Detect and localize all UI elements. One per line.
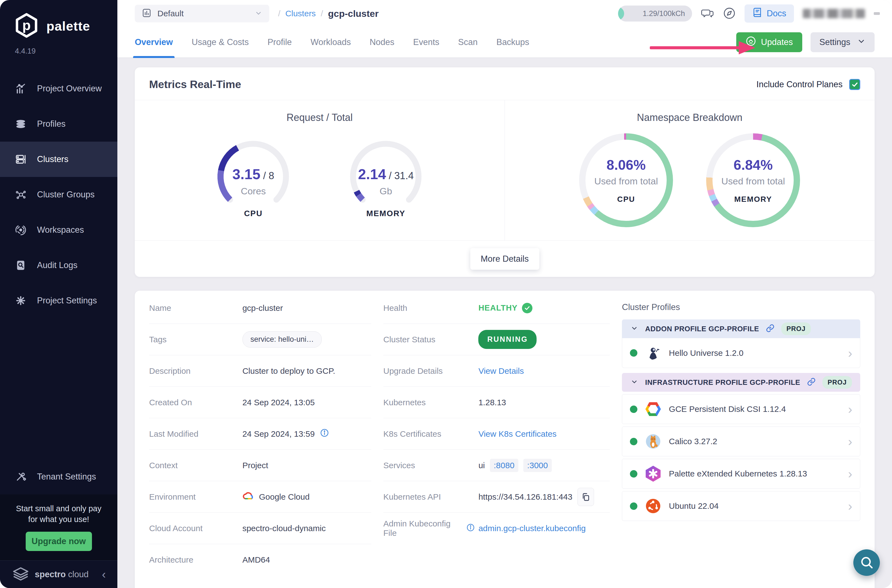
detail-row-kubernetes-api: Kubernetes API https://34.54.126.181:443 [383, 481, 610, 513]
gce-pd-icon [645, 401, 661, 417]
copy-button[interactable] [577, 488, 594, 506]
collapse-sidebar-icon[interactable]: ‹ [102, 568, 106, 580]
cluster-profiles-title: Cluster Profiles [622, 302, 860, 312]
sidebar-item-profiles[interactable]: Profiles [0, 106, 117, 142]
svg-text:p: p [23, 18, 31, 33]
footer-brand: spectro cloud [35, 570, 89, 579]
metrics-card: Metrics Real-Time Include Control Planes… [135, 68, 875, 277]
sidebar-item-project-overview[interactable]: Project Overview [0, 71, 117, 106]
detail-row-tags: Tags service: hello-uni… [149, 324, 371, 355]
tab-bar: Overview Usage & Costs Profile Workloads… [117, 27, 892, 58]
google-cloud-icon [242, 491, 254, 503]
tag-pill: service: hello-uni… [242, 331, 322, 348]
sidebar-item-workspaces[interactable]: Workspaces [0, 212, 117, 248]
tab-profile[interactable]: Profile [267, 27, 292, 57]
profile-item-ubuntu[interactable]: Ubuntu 22.04 › [622, 491, 860, 521]
breadcrumb: / Clusters / gcp-cluster [278, 8, 378, 19]
detail-row-context: Context Project [149, 450, 371, 481]
sidebar-item-project-settings[interactable]: Project Settings [0, 283, 117, 318]
detail-row-name: Name gcp-cluster [149, 292, 371, 324]
view-details-link[interactable]: View Details [478, 366, 524, 376]
detail-row-health: Health HEALTHY [383, 292, 610, 324]
project-selector[interactable]: Default [135, 5, 269, 22]
include-control-planes-label: Include Control Planes [757, 80, 842, 90]
request-total-title: Request / Total [135, 112, 505, 123]
addon-profile-header[interactable]: ADDON PROFILE GCP-PROFILE PROJ [622, 320, 860, 338]
infrastructure-profile-group: INFRASTRUCTURE PROFILE GCP-PROFILE PROJ … [622, 373, 860, 521]
tab-nodes[interactable]: Nodes [369, 27, 394, 57]
metrics-title: Metrics Real-Time [149, 78, 241, 90]
tab-scan[interactable]: Scan [458, 27, 478, 57]
namespace-memory-donut: 6.84% Used from total MEMORY [706, 134, 800, 227]
status-dot [630, 349, 637, 357]
app-version: 4.4.19 [15, 47, 117, 56]
info-icon[interactable] [320, 428, 329, 440]
sidebar-item-cluster-groups[interactable]: Cluster Groups [0, 177, 117, 212]
include-control-planes-checkbox[interactable] [849, 79, 860, 90]
detail-row-environment: Environment Google Cloud [149, 481, 371, 513]
chevron-right-icon: › [848, 500, 852, 512]
search-fab[interactable] [853, 549, 880, 576]
memory-gauge: 2.14 / 31.4 Gb MEMORY [340, 134, 431, 218]
chevron-right-icon: › [848, 467, 852, 480]
pxk-icon [645, 466, 661, 482]
sidebar: p palette 4.4.19 Project Overview Profil… [0, 0, 117, 588]
chevron-down-icon [630, 378, 638, 387]
profile-item-palette-extended-kubernetes[interactable]: Palette eXtended Kubernetes 1.28.13 › [622, 459, 860, 489]
user-account-menu[interactable] [803, 9, 865, 18]
explore-button[interactable] [723, 7, 736, 20]
health-status: HEALTHY [478, 303, 532, 314]
detail-row-last-modified: Last Modified 24 Sep 2024, 13:59 [149, 418, 371, 450]
detail-row-architecture: Architecture AMD64 [149, 544, 371, 576]
updates-button[interactable]: Updates [736, 32, 802, 52]
tab-backups[interactable]: Backups [496, 27, 529, 57]
app-window: p palette 4.4.19 Project Overview Profil… [0, 0, 892, 588]
tab-workloads[interactable]: Workloads [311, 27, 351, 57]
settings-button[interactable]: Settings [811, 32, 875, 52]
more-details-button[interactable]: More Details [470, 248, 539, 270]
page-title: gcp-cluster [328, 8, 378, 19]
sidebar-nav: Project Overview Profiles Clusters Clust… [0, 71, 117, 318]
cluster-details-card: Name gcp-cluster Tags service: hello-uni… [135, 291, 875, 588]
profile-item-calico[interactable]: Calico 3.27.2 › [622, 426, 860, 456]
service-port-3000[interactable]: :3000 [523, 459, 552, 472]
sidebar-item-audit-logs[interactable]: Audit Logs [0, 248, 117, 283]
breadcrumb-separator: / [278, 9, 280, 18]
docs-button[interactable]: Docs [745, 4, 794, 22]
addon-profile-group: ADDON PROFILE GCP-PROFILE PROJ Hello Uni… [622, 320, 860, 368]
palette-logo-icon: p [14, 13, 39, 39]
cpu-gauge: 3.15 / 8 Cores CPU [208, 134, 299, 218]
docs-label: Docs [767, 9, 786, 18]
link-icon [807, 377, 816, 387]
tab-events[interactable]: Events [413, 27, 439, 57]
network-icon [14, 189, 27, 200]
view-certificates-link[interactable]: View K8s Certificates [478, 429, 556, 439]
upgrade-now-button[interactable]: Upgrade now [26, 532, 92, 551]
namespace-breakdown-title: Namespace Breakdown [505, 112, 875, 123]
chevron-right-icon: › [848, 403, 852, 416]
main-area: Default / Clusters / gcp-cluster 1.29/10… [117, 0, 892, 588]
infrastructure-profile-header[interactable]: INFRASTRUCTURE PROFILE GCP-PROFILE PROJ [622, 373, 860, 392]
detail-row-admin-kubeconfig: Admin Kubeconfig File admin.gcp-cluster.… [383, 513, 610, 544]
breadcrumb-clusters-link[interactable]: Clusters [285, 9, 316, 18]
topbar-right: 1.29/100kCh Docs [618, 4, 880, 22]
sidebar-item-tenant-settings[interactable]: Tenant Settings [0, 459, 117, 494]
service-port-8080[interactable]: :8080 [490, 459, 518, 472]
tab-overview[interactable]: Overview [135, 27, 173, 57]
sidebar-item-label: Project Settings [37, 296, 97, 306]
scope-badge: PROJ [781, 322, 811, 335]
layers-icon [14, 118, 27, 130]
profile-item-gce-pd-csi[interactable]: GCE Persistent Disk CSI 1.12.4 › [622, 394, 860, 424]
ubuntu-icon [645, 498, 661, 514]
info-icon[interactable] [466, 523, 475, 534]
chevron-right-icon: › [848, 347, 852, 359]
kubeconfig-download-link[interactable]: admin.gcp-cluster.kubeconfig [478, 524, 586, 533]
orbit-icon [14, 224, 27, 236]
bar-chart-icon [141, 8, 152, 20]
tab-usage-costs[interactable]: Usage & Costs [192, 27, 249, 57]
profile-item-hello-universe[interactable]: Hello Universe 1.2.0 › [622, 338, 860, 368]
sidebar-item-clusters[interactable]: Clusters [0, 142, 117, 177]
search-icon [859, 555, 874, 570]
chat-button[interactable] [701, 7, 714, 20]
sidebar-item-label: Tenant Settings [37, 472, 96, 482]
